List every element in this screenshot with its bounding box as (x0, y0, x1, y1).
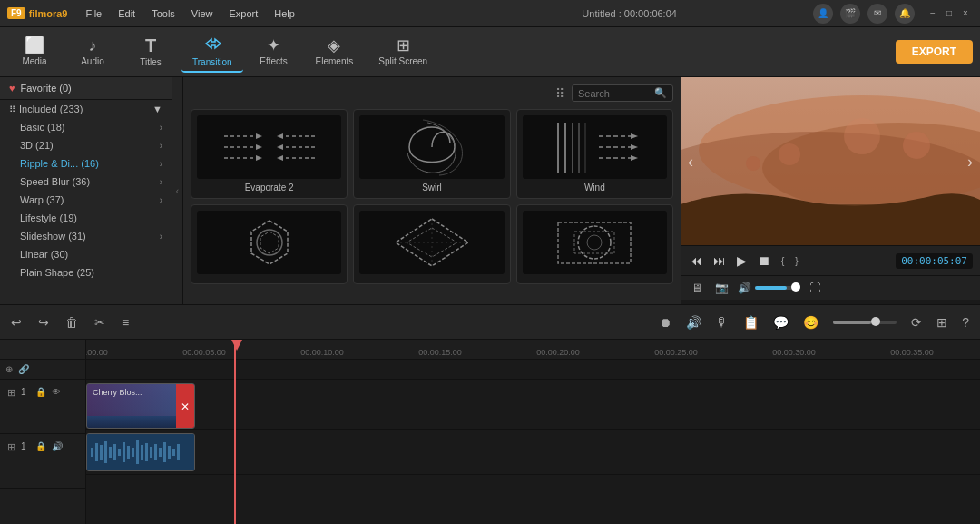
menu-view[interactable]: View (184, 6, 220, 21)
eye-icon[interactable]: 👁 (52, 387, 61, 397)
ripple-item[interactable]: Ripple & Di... (16) › (0, 154, 172, 173)
redo-button[interactable]: ↪ (34, 313, 53, 331)
search-box[interactable]: 🔍 (572, 84, 673, 102)
panel-collapse-button[interactable]: ‹ (172, 77, 183, 304)
grid-view-icon[interactable]: ⠿ (555, 86, 564, 101)
caption-icon[interactable]: 📋 (740, 313, 762, 331)
volume-slider-track[interactable] (755, 286, 800, 290)
fullscreen-icon[interactable]: ⛶ (806, 280, 824, 296)
zoom-slider-thumb[interactable] (871, 317, 880, 326)
emoji-icon[interactable]: 😊 (799, 313, 822, 331)
voiceover-icon[interactable]: 🎙 (712, 313, 732, 331)
add-track-icon[interactable]: ⊕ (5, 364, 13, 374)
transition-card5[interactable] (353, 204, 510, 284)
preview-monitor-icon[interactable]: 🖥 (688, 280, 706, 296)
film-icon[interactable]: 🎬 (840, 4, 860, 24)
menu-help[interactable]: Help (267, 6, 302, 21)
plain-shape-item[interactable]: Plain Shape (25) (0, 263, 172, 282)
step-back-button[interactable]: ⏭ (711, 252, 728, 270)
basic-item[interactable]: Basic (18) › (0, 118, 172, 136)
cut-button[interactable]: ✂ (91, 313, 109, 331)
toolbar-media[interactable]: ⬜ Media (7, 34, 62, 70)
subtitle-icon[interactable]: 💬 (769, 313, 792, 331)
volume-slider-thumb[interactable] (791, 282, 800, 292)
search-input[interactable] (578, 88, 651, 99)
included-group[interactable]: ⠿ Included (233) ▼ (0, 100, 172, 118)
audio-clip[interactable] (86, 433, 195, 471)
volume-control[interactable]: 🔊 (738, 282, 800, 294)
audio-track-icon: ⊞ (7, 441, 15, 453)
zoom-slider[interactable] (833, 321, 897, 324)
toolbar-effects-label: Effects (260, 56, 287, 66)
maximize-button[interactable]: □ (942, 6, 956, 21)
favorite-header[interactable]: ♥ Favorite (0) (0, 77, 172, 100)
link-icon[interactable]: 🔗 (18, 364, 29, 374)
svg-rect-51 (95, 443, 98, 461)
lifestyle-item[interactable]: Lifestyle (19) (0, 209, 172, 227)
export-button[interactable]: EXPORT (896, 40, 973, 64)
evaporate2-name: Evaporate 2 (245, 183, 294, 193)
lock-icon[interactable]: 🔒 (35, 387, 46, 397)
audio-lock-icon[interactable]: 🔒 (35, 441, 46, 451)
delete-button[interactable]: 🗑 (62, 313, 82, 331)
toolbar-elements[interactable]: ◈ Elements (305, 34, 365, 70)
toolbar-effects[interactable]: ✦ Effects (247, 34, 301, 70)
transition-card4[interactable] (191, 204, 348, 284)
preview-secondary-toolbar: 🖥 📷 🔊 ⛶ (681, 275, 980, 300)
audio-track-icon[interactable]: 🔊 (682, 313, 705, 331)
svg-rect-63 (150, 447, 152, 458)
speed-blur-label: Speed Blur (36) (20, 176, 90, 187)
audio-track-row (86, 430, 980, 475)
slideshow-item[interactable]: Slideshow (31) › (0, 227, 172, 245)
timeline-ruler: 00:00:00:00 00:00:05:00 00:00:10:00 00:0… (86, 340, 980, 360)
audio-mute-icon[interactable]: 🔊 (52, 441, 63, 451)
svg-rect-57 (122, 442, 125, 462)
linear-item[interactable]: Linear (30) (0, 245, 172, 263)
svg-rect-60 (136, 440, 139, 464)
transition-swirl[interactable]: Swirl (353, 109, 510, 199)
undo-button[interactable]: ↩ (7, 313, 25, 331)
adjust-button[interactable]: ≡ (118, 313, 132, 331)
3d-item[interactable]: 3D (21) › (0, 136, 172, 154)
close-button[interactable]: × (958, 6, 973, 21)
record-button[interactable]: ⏺ (655, 313, 675, 331)
minimize-button[interactable]: − (926, 6, 940, 21)
mail-icon[interactable]: ✉ (867, 4, 887, 24)
menu-file[interactable]: File (78, 6, 109, 21)
transition-icon (202, 35, 222, 54)
timeline-right-controls: ⏺ 🔊 🎙 📋 💬 😊 ⟳ ⊞ ? (655, 313, 973, 331)
split-view-icon[interactable]: ⊞ (933, 313, 951, 331)
help-icon[interactable]: ? (958, 313, 973, 331)
speed-blur-item[interactable]: Speed Blur (36) › (0, 173, 172, 191)
empty-track-row (86, 360, 980, 380)
rewind-button[interactable]: ⏮ (688, 252, 704, 270)
toolbar-transition[interactable]: Transition (181, 32, 243, 73)
zoom-reset-icon[interactable]: ⟳ (907, 313, 926, 331)
menu-tools[interactable]: Tools (144, 6, 182, 21)
play-button[interactable]: ▶ (735, 252, 749, 270)
toolbar-titles[interactable]: T Titles (123, 33, 178, 71)
svg-rect-61 (141, 445, 143, 460)
preview-camera-icon[interactable]: 📷 (711, 280, 732, 296)
preview-prev-arrow[interactable]: ‹ (688, 152, 693, 171)
video-clip[interactable]: Cherry Blos... ✕ (86, 383, 195, 429)
toolbar-audio[interactable]: ♪ Audio (65, 34, 120, 70)
transition-wind[interactable]: Wind (516, 109, 673, 199)
menu-edit[interactable]: Edit (111, 6, 142, 21)
toolbar-separator (142, 313, 142, 331)
preview-next-arrow[interactable]: › (967, 152, 973, 171)
notification-icon[interactable]: 🔔 (895, 4, 915, 24)
logo-badge: F9 (7, 7, 25, 19)
toolbar-split-screen[interactable]: ⊞ Split Screen (368, 34, 438, 70)
svg-point-47 (903, 132, 930, 159)
transition-evaporate2[interactable]: Evaporate 2 (191, 109, 348, 199)
transition-card6[interactable] (516, 204, 673, 284)
ruler-mark-4: 00:00:20:00 (536, 348, 580, 357)
menu-export[interactable]: Export (222, 6, 266, 21)
profile-icon[interactable]: 👤 (813, 4, 833, 24)
warp-item[interactable]: Warp (37) › (0, 191, 172, 209)
titles-icon: T (145, 36, 156, 54)
card6-preview (523, 211, 667, 274)
stop-button[interactable]: ⏹ (756, 252, 772, 270)
svg-rect-56 (118, 449, 121, 456)
